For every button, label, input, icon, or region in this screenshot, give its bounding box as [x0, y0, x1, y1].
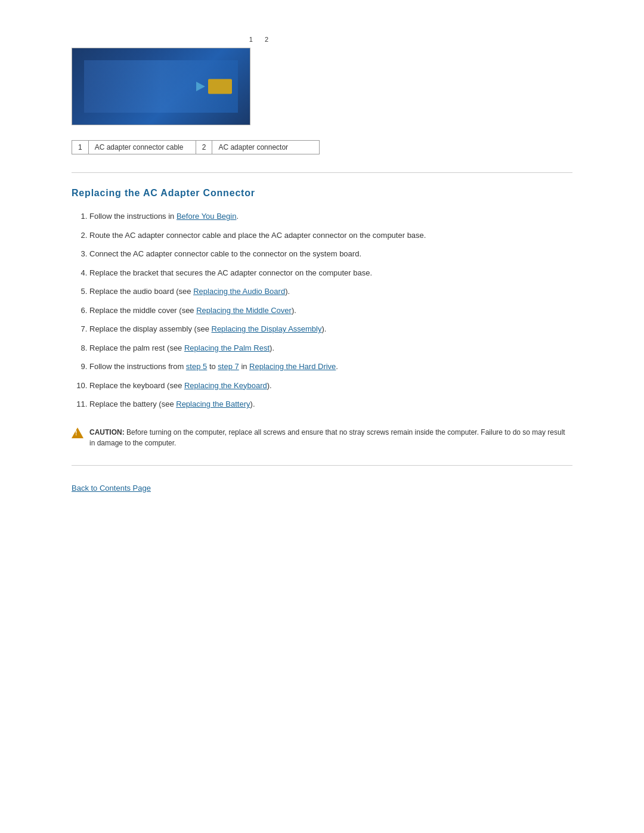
step-1-text-before: Follow the instructions in: [89, 212, 177, 221]
hardware-diagram: [72, 48, 250, 125]
diagram-num-labels: 1 2: [249, 36, 268, 43]
replacing-audio-board-link[interactable]: Replacing the Audio Board: [193, 287, 285, 296]
replacing-keyboard-link[interactable]: Replacing the Keyboard: [184, 381, 267, 390]
step7-link[interactable]: step 7: [218, 362, 239, 371]
step-3-text: Connect the AC adapter connector cable t…: [89, 249, 361, 258]
step-6: Replace the middle cover (see Replacing …: [89, 305, 572, 317]
step-10-text-before: Replace the keyboard (see: [89, 381, 184, 390]
replacing-middle-cover-link[interactable]: Replacing the Middle Cover: [196, 306, 292, 315]
step-6-text-before: Replace the middle cover (see: [89, 306, 196, 315]
replacing-hard-drive-link[interactable]: Replacing the Hard Drive: [249, 362, 336, 371]
step-8-text-before: Replace the palm rest (see: [89, 343, 184, 352]
step-1-text-after: .: [236, 212, 239, 221]
step-9-text-after: in: [239, 362, 249, 371]
step-11-text-before: Replace the battery (see: [89, 400, 176, 408]
diagram-wrapper: 1 2: [72, 36, 268, 125]
part-num-1: 1: [72, 141, 89, 154]
step-11: Replace the battery (see Replacing the B…: [89, 398, 572, 410]
step-9-text-before: Follow the instructions from: [89, 362, 186, 371]
section-divider: [72, 172, 572, 173]
step-9-text-end: .: [336, 362, 338, 371]
bottom-divider: [72, 465, 572, 466]
arrow-indicator: [196, 82, 205, 91]
step-9: Follow the instructions from step 5 to s…: [89, 361, 572, 373]
steps-list: Follow the instructions in Before You Be…: [89, 210, 572, 410]
step-11-text-after: ).: [250, 400, 255, 408]
back-link-container: Back to Contents Page: [72, 484, 572, 493]
caution-box: CAUTION: Before turning on the computer,…: [72, 422, 572, 453]
step-7-text-after: ).: [321, 324, 326, 333]
step-9-text-middle: to: [207, 362, 218, 371]
step-4-text: Replace the bracket that secures the AC …: [89, 268, 372, 277]
step-5-text-after: ).: [285, 287, 290, 296]
caution-text: CAUTION: Before turning on the computer,…: [89, 427, 572, 448]
part-label-1: AC adapter connector cable: [88, 141, 196, 154]
step-8-text-after: ).: [270, 343, 274, 352]
caution-body: Before turning on the computer, replace …: [89, 428, 565, 447]
step-4: Replace the bracket that secures the AC …: [89, 267, 572, 279]
table-row: 1 AC adapter connector cable 2 AC adapte…: [72, 141, 320, 154]
replacing-palm-rest-link[interactable]: Replacing the Palm Rest: [184, 343, 270, 352]
step-8: Replace the palm rest (see Replacing the…: [89, 342, 572, 354]
replacing-display-assembly-link[interactable]: Replacing the Display Assembly: [212, 324, 322, 333]
step-10: Replace the keyboard (see Replacing the …: [89, 380, 572, 392]
before-you-begin-link[interactable]: Before You Begin: [177, 212, 236, 221]
label-num-2: 2: [265, 36, 268, 43]
caution-label: CAUTION:: [89, 428, 125, 436]
step-2-text: Route the AC adapter connector cable and…: [89, 231, 426, 240]
step-5: Replace the audio board (see Replacing t…: [89, 286, 572, 298]
part-num-2: 2: [196, 141, 212, 154]
caution-triangle-icon: [72, 428, 83, 438]
caution-icon: [72, 427, 83, 439]
step-2: Route the AC adapter connector cable and…: [89, 230, 572, 241]
step-10-text-after: ).: [267, 381, 272, 390]
step-3: Connect the AC adapter connector cable t…: [89, 248, 572, 260]
step-1: Follow the instructions in Before You Be…: [89, 210, 572, 222]
step-5-text-before: Replace the audio board (see: [89, 287, 193, 296]
step-6-text-after: ).: [292, 306, 296, 315]
step-7-text-before: Replace the display assembly (see: [89, 324, 212, 333]
back-to-contents-link[interactable]: Back to Contents Page: [72, 484, 151, 493]
label-num-1: 1: [249, 36, 253, 43]
replacing-battery-link[interactable]: Replacing the Battery: [176, 400, 250, 408]
step5-link[interactable]: step 5: [186, 362, 207, 371]
step-7: Replace the display assembly (see Replac…: [89, 323, 572, 335]
parts-table: 1 AC adapter connector cable 2 AC adapte…: [72, 140, 320, 154]
section-title: Replacing the AC Adapter Connector: [72, 188, 572, 199]
part-label-2: AC adapter connector: [212, 141, 320, 154]
